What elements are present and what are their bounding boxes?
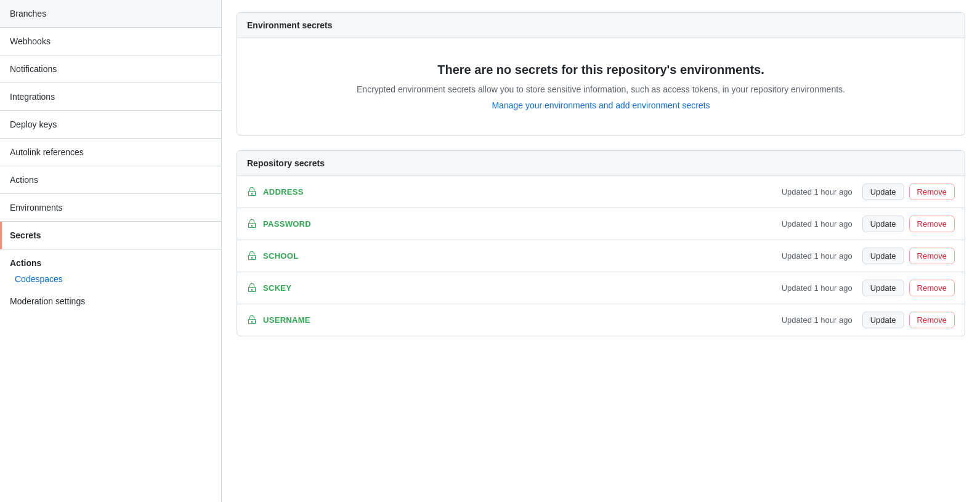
secret-updated: Updated 1 hour ago — [782, 251, 852, 261]
remove-button[interactable]: Remove — [909, 184, 955, 200]
secret-row: ADDRESSUpdated 1 hour agoUpdateRemove — [237, 176, 965, 208]
secret-action-buttons: UpdateRemove — [862, 216, 955, 232]
sidebar-item-integrations[interactable]: Integrations — [0, 83, 221, 111]
manage-environments-link[interactable]: Manage your environments and add environ… — [492, 100, 710, 110]
environment-secrets-box: Environment secrets There are no secrets… — [237, 12, 965, 136]
secret-name: SCKEY — [263, 283, 782, 293]
repository-secrets-header: Repository secrets — [237, 151, 965, 176]
remove-button[interactable]: Remove — [909, 216, 955, 232]
lock-icon — [247, 219, 257, 229]
sidebar: Branches Webhooks Notifications Integrat… — [0, 0, 222, 502]
secret-updated: Updated 1 hour ago — [782, 187, 852, 196]
environment-secrets-empty-description: Encrypted environment secrets allow you … — [249, 84, 952, 94]
repository-secrets-box: Repository secrets ADDRESSUpdated 1 hour… — [237, 150, 965, 336]
secret-action-buttons: UpdateRemove — [862, 248, 955, 264]
environment-secrets-header: Environment secrets — [237, 13, 965, 38]
environment-secrets-empty-title: There are no secrets for this repository… — [249, 63, 952, 77]
secret-row: SCHOOLUpdated 1 hour agoUpdateRemove — [237, 240, 965, 272]
environment-secrets-empty-state: There are no secrets for this repository… — [237, 38, 965, 135]
update-button[interactable]: Update — [862, 216, 904, 232]
update-button[interactable]: Update — [862, 312, 904, 328]
secret-action-buttons: UpdateRemove — [862, 312, 955, 328]
secrets-list: ADDRESSUpdated 1 hour agoUpdateRemove PA… — [237, 176, 965, 336]
lock-icon — [247, 251, 257, 261]
sidebar-item-actions[interactable]: Actions — [0, 166, 221, 194]
remove-button[interactable]: Remove — [909, 248, 955, 264]
sidebar-item-deploy-keys[interactable]: Deploy keys — [0, 111, 221, 139]
sidebar-item-secrets[interactable]: Secrets — [0, 222, 221, 249]
secret-name: USERNAME — [263, 315, 782, 325]
secret-name: ADDRESS — [263, 187, 782, 196]
secret-name: SCHOOL — [263, 251, 782, 261]
sidebar-item-environments[interactable]: Environments — [0, 194, 221, 222]
sidebar-item-notifications[interactable]: Notifications — [0, 55, 221, 83]
secret-action-buttons: UpdateRemove — [862, 184, 955, 200]
secret-row: USERNAMEUpdated 1 hour agoUpdateRemove — [237, 304, 965, 336]
lock-icon — [247, 187, 257, 197]
sidebar-item-moderation-settings[interactable]: Moderation settings — [0, 288, 221, 315]
secret-updated: Updated 1 hour ago — [782, 219, 852, 229]
secret-row: SCKEYUpdated 1 hour agoUpdateRemove — [237, 272, 965, 304]
remove-button[interactable]: Remove — [909, 280, 955, 296]
sidebar-section-actions-header: Actions — [0, 249, 221, 270]
update-button[interactable]: Update — [862, 248, 904, 264]
update-button[interactable]: Update — [862, 280, 904, 296]
secret-row: PASSWORDUpdated 1 hour agoUpdateRemove — [237, 208, 965, 240]
lock-icon — [247, 315, 257, 325]
remove-button[interactable]: Remove — [909, 312, 955, 328]
sidebar-sub-item-codespaces[interactable]: Codespaces — [0, 270, 221, 288]
secret-updated: Updated 1 hour ago — [782, 283, 852, 293]
lock-icon — [247, 283, 257, 293]
secret-action-buttons: UpdateRemove — [862, 280, 955, 296]
sidebar-item-webhooks[interactable]: Webhooks — [0, 28, 221, 55]
sidebar-item-autolink-references[interactable]: Autolink references — [0, 139, 221, 166]
secret-name: PASSWORD — [263, 219, 782, 229]
secret-updated: Updated 1 hour ago — [782, 315, 852, 325]
update-button[interactable]: Update — [862, 184, 904, 200]
main-content: Environment secrets There are no secrets… — [222, 0, 980, 502]
sidebar-item-branches[interactable]: Branches — [0, 0, 221, 28]
